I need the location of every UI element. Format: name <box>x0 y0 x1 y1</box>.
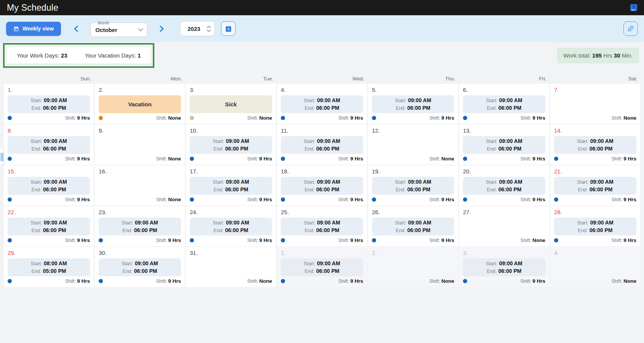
shift-value: 9 Hrs <box>532 115 545 121</box>
shift-time-block[interactable]: Start: 09:00 AMEnd: 06:00 PM <box>8 218 90 236</box>
day-cell[interactable]: 6.Start: 09:00 AMEnd: 06:00 PMShift:9 Hr… <box>459 84 549 124</box>
day-cell[interactable]: 18.Start: 09:00 AMEnd: 06:00 PMShift:9 H… <box>277 165 367 205</box>
end-label: End: <box>32 228 42 233</box>
day-cell[interactable]: 30.Start: 09:00 AMEnd: 06:00 PMShift:9 H… <box>95 247 185 287</box>
day-cell[interactable]: 16.Shift:None <box>95 165 185 205</box>
spinner-arrows-icon[interactable] <box>207 26 211 32</box>
day-number: 15. <box>8 168 90 175</box>
shift-time-block[interactable]: Start: 09:00 AMEnd: 06:00 PM <box>463 136 545 154</box>
day-cell[interactable]: 21.Start: 09:00 AMEnd: 06:00 PMShift:9 H… <box>550 165 640 205</box>
day-cell[interactable]: 24.Start: 09:00 AMEnd: 06:00 PMShift:9 H… <box>186 206 276 246</box>
day-cell[interactable]: 2.VacationShift:None <box>95 84 185 124</box>
sick-block[interactable]: Sick <box>190 95 272 113</box>
day-cell[interactable]: 27.Shift:None <box>459 206 549 246</box>
day-cell[interactable]: 4.Shift:None <box>550 247 640 287</box>
cell-footer: Shift:9 Hrs <box>99 236 181 244</box>
start-time-value: 09:00 AM <box>499 260 522 266</box>
vacation-block[interactable]: Vacation <box>99 95 181 113</box>
shift-time-block[interactable]: Start: 09:00 AMEnd: 06:00 PM <box>190 136 272 154</box>
start-label: Start: <box>30 98 42 103</box>
shift-time-block[interactable]: Start: 09:00 AMEnd: 06:00 PM <box>8 95 90 113</box>
shift-label: Shift: <box>247 115 258 121</box>
shift-time-block[interactable]: Start: 09:00 AMEnd: 06:00 PM <box>554 218 636 236</box>
day-cell[interactable]: 9.Shift:None <box>95 125 185 165</box>
day-cell[interactable]: 5.Start: 09:00 AMEnd: 06:00 PMShift:9 Hr… <box>368 84 458 124</box>
shift-label: Shift: <box>156 197 167 202</box>
day-cell[interactable]: 8.Start: 09:00 AMEnd: 06:00 PMShift:9 Hr… <box>4 125 94 165</box>
previous-month-button[interactable] <box>71 23 81 34</box>
day-cell[interactable]: 1.Start: 09:00 AMEnd: 06:00 PMShift:9 Hr… <box>277 247 367 287</box>
start-time-value: 09:00 AM <box>317 179 340 185</box>
day-cell[interactable]: 22.Start: 09:00 AMEnd: 06:00 PMShift:9 H… <box>4 206 94 246</box>
shift-time-block[interactable]: Start: 09:00 AMEnd: 06:00 PM <box>281 258 363 276</box>
next-month-button[interactable] <box>157 23 167 34</box>
shift-status-dot <box>463 157 467 161</box>
shift-time-block[interactable]: Start: 09:00 AMEnd: 06:00 PM <box>372 177 454 195</box>
day-cell[interactable]: 26.Start: 09:00 AMEnd: 06:00 PMShift:9 H… <box>368 206 458 246</box>
day-cell[interactable]: 17.Start: 09:00 AMEnd: 06:00 PMShift:9 H… <box>186 165 276 205</box>
day-cell[interactable]: 2.Shift:None <box>368 247 458 287</box>
shift-time-block[interactable]: Start: 09:00 AMEnd: 06:00 PM <box>463 258 545 276</box>
shift-time-block[interactable]: Start: 09:00 AMEnd: 06:00 PM <box>281 95 363 113</box>
end-label: End: <box>487 146 497 152</box>
day-cell[interactable]: 14.Start: 09:00 AMEnd: 06:00 PMShift:9 H… <box>550 125 640 165</box>
shift-time-block[interactable]: Start: 09:00 AMEnd: 06:00 PM <box>463 177 545 195</box>
shift-time-block[interactable]: Start: 09:00 AMEnd: 06:00 PM <box>190 177 272 195</box>
shift-time-block[interactable]: Start: 09:00 AMEnd: 06:00 PM <box>281 177 363 195</box>
shift-value: None <box>168 197 181 202</box>
end-label: End: <box>32 106 42 111</box>
year-spinner[interactable]: 2023 <box>180 21 215 36</box>
day-cell[interactable]: 31.Shift:None <box>186 247 276 287</box>
shift-time-block[interactable]: Start: 09:00 AMEnd: 06:00 PM <box>99 258 181 276</box>
day-cell[interactable]: 29.Start: 08:00 AMEnd: 05:00 PMShift:9 H… <box>4 247 94 287</box>
day-cell[interactable]: 4.Start: 09:00 AMEnd: 06:00 PMShift:9 Hr… <box>277 84 367 124</box>
end-time-value: 06:00 PM <box>43 146 66 152</box>
shift-time-block[interactable]: Start: 09:00 AMEnd: 06:00 PM <box>190 218 272 236</box>
shift-label: Shift: <box>338 279 349 284</box>
day-cell[interactable]: 28.Start: 09:00 AMEnd: 06:00 PMShift:9 H… <box>550 206 640 246</box>
day-cell[interactable]: 23.Start: 09:00 AMEnd: 06:00 PMShift:9 H… <box>95 206 185 246</box>
start-time-row: Start: 09:00 AM <box>30 219 67 226</box>
shift-time-block[interactable]: Start: 08:00 AMEnd: 05:00 PM <box>8 258 90 276</box>
shift-summary: Shift:9 Hrs <box>65 277 90 284</box>
shift-status-dot <box>281 157 285 161</box>
shift-time-block[interactable]: Start: 09:00 AMEnd: 06:00 PM <box>554 177 636 195</box>
shift-status-dot <box>190 116 194 120</box>
day-cell[interactable]: 1.Start: 09:00 AMEnd: 06:00 PMShift:9 Hr… <box>4 84 94 124</box>
shift-time-block[interactable]: Start: 09:00 AMEnd: 06:00 PM <box>281 136 363 154</box>
shift-time-block[interactable]: Start: 09:00 AMEnd: 06:00 PM <box>372 95 454 113</box>
side-drawer-handle[interactable] <box>0 149 3 165</box>
shift-time-block[interactable]: Start: 09:00 AMEnd: 06:00 PM <box>8 136 90 154</box>
day-cell[interactable]: 3.Start: 09:00 AMEnd: 06:00 PMShift:9 Hr… <box>459 247 549 287</box>
day-cell[interactable]: 10.Start: 09:00 AMEnd: 06:00 PMShift:9 H… <box>186 125 276 165</box>
shift-time-block[interactable]: Start: 09:00 AMEnd: 06:00 PM <box>99 218 181 236</box>
end-label: End: <box>396 106 406 111</box>
day-cell[interactable]: 25.Start: 09:00 AMEnd: 06:00 PMShift:9 H… <box>277 206 367 246</box>
day-cell[interactable]: 20.Start: 09:00 AMEnd: 06:00 PMShift:9 H… <box>459 165 549 205</box>
year-value: 2023 <box>187 26 200 32</box>
shift-time-block[interactable]: Start: 09:00 AMEnd: 06:00 PM <box>463 95 545 113</box>
start-time-row: Start: 09:00 AM <box>213 138 249 145</box>
shift-label: Shift: <box>156 279 167 284</box>
shift-value: 9 Hrs <box>623 156 636 162</box>
copy-link-button[interactable] <box>623 21 638 36</box>
day-cell[interactable]: 15.Start: 09:00 AMEnd: 06:00 PMShift:9 H… <box>4 165 94 205</box>
shift-time-block[interactable]: Start: 09:00 AMEnd: 06:00 PM <box>281 218 363 236</box>
day-cell[interactable]: 7.Shift:None <box>550 84 640 124</box>
jump-to-current-month-button[interactable] <box>221 21 235 36</box>
day-cell[interactable]: 13.Start: 09:00 AMEnd: 06:00 PMShift:9 H… <box>459 125 549 165</box>
start-time-value: 09:00 AM <box>408 220 431 226</box>
day-cell[interactable]: 19.Start: 09:00 AMEnd: 06:00 PMShift:9 H… <box>368 165 458 205</box>
weekday-label: Fri. <box>459 76 549 84</box>
help-icon[interactable]: ? <box>630 4 637 11</box>
start-time-value: 09:00 AM <box>590 138 614 144</box>
day-cell[interactable]: 11.Start: 09:00 AMEnd: 06:00 PMShift:9 H… <box>277 125 367 165</box>
shift-time-block[interactable]: Start: 09:00 AMEnd: 06:00 PM <box>372 218 454 236</box>
shift-time-block[interactable]: Start: 09:00 AMEnd: 06:00 PM <box>8 177 90 195</box>
shift-time-block[interactable]: Start: 09:00 AMEnd: 06:00 PM <box>554 136 636 154</box>
day-cell[interactable]: 12.Shift:None <box>368 125 458 165</box>
month-select[interactable]: Month October <box>90 21 147 37</box>
cell-footer: Shift:9 Hrs <box>372 114 454 122</box>
day-cell[interactable]: 3.SickShift:None <box>186 84 276 124</box>
weekly-view-button[interactable]: Weekly view <box>6 22 61 36</box>
